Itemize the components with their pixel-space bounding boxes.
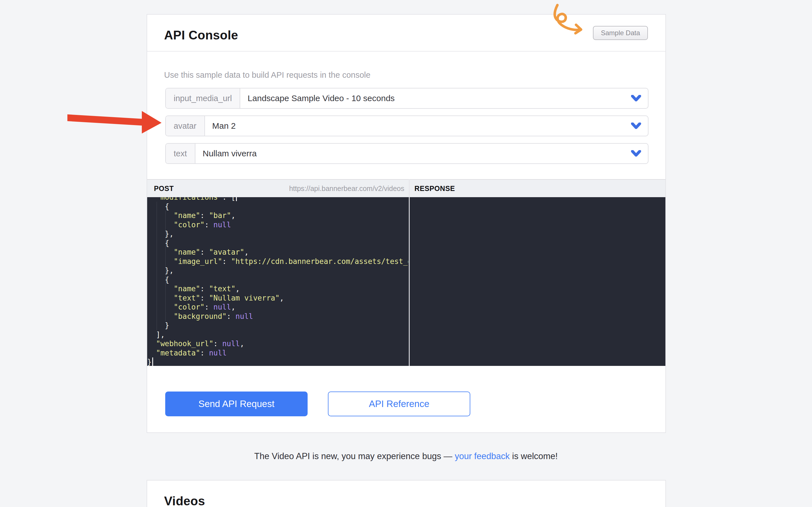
code-line: "modifications": [ [147, 197, 408, 202]
field-key-label: input_media_url [166, 89, 240, 108]
code-line: "name": "bar", [147, 211, 408, 220]
chevron-down-icon [631, 144, 648, 163]
code-line: }, [147, 229, 408, 238]
console-subtitle: Use this sample data to build API reques… [164, 70, 370, 80]
code-line: }, [147, 266, 408, 275]
feedback-link[interactable]: your feedback [455, 451, 510, 461]
field-row-text[interactable]: textNullam viverra [165, 143, 649, 164]
indent-guide [156, 202, 157, 330]
field-row-input_media_url[interactable]: input_media_urlLandscape Sample Video - … [165, 88, 649, 109]
text-cursor [236, 197, 237, 201]
text-cursor [152, 357, 153, 366]
note-text-before: The Video API is new, you may experience… [254, 451, 455, 461]
video-api-note: The Video API is new, you may experience… [0, 451, 812, 461]
panel-divider [409, 179, 410, 366]
code-line: "text": "Nullam viverra", [147, 293, 408, 303]
code-line: "background": null [147, 312, 408, 321]
chevron-down-icon [631, 89, 648, 108]
field-selected-value: Landscape Sample Video - 10 seconds [240, 89, 631, 108]
send-api-request-button[interactable]: Send API Request [165, 392, 308, 416]
code-line: { [147, 238, 408, 248]
code-line: } [147, 321, 408, 330]
videos-title: Videos [164, 494, 205, 507]
code-line: "webhook_url": null, [147, 339, 408, 348]
request-body-editor[interactable]: "modifications": [ { "name": "bar", "col… [147, 197, 408, 366]
code-line: "metadata": null [147, 348, 408, 358]
field-selected-value: Nullam viverra [195, 144, 631, 163]
field-row-avatar[interactable]: avatarMan 2 [165, 115, 649, 136]
request-url: https://api.bannerbear.com/v2/videos [147, 184, 404, 193]
note-text-after: is welcome! [510, 451, 558, 461]
code-line: "name": "avatar", [147, 247, 408, 257]
code-line: "color": null, [147, 302, 408, 312]
console-card-header: API Console Sample Data [147, 15, 665, 52]
api-console-card: API Console Sample Data Use this sample … [147, 14, 666, 433]
api-reference-button[interactable]: API Reference [328, 392, 470, 416]
code-line: ], [147, 330, 408, 339]
request-json-code: "modifications": [ { "name": "bar", "col… [147, 197, 408, 366]
indent-guide [165, 211, 166, 321]
code-line: { [147, 202, 408, 211]
field-key-label: avatar [166, 116, 205, 136]
field-key-label: text [166, 144, 195, 163]
code-line: "color": null [147, 220, 408, 230]
request-response-bar: POST https://api.bannerbear.com/v2/video… [147, 179, 665, 197]
code-line: } [147, 357, 408, 366]
code-line: "image_url": "https://cdn.bannerbear.com… [147, 257, 408, 266]
page: API Console Sample Data Use this sample … [0, 0, 812, 507]
code-line: "name": "text", [147, 284, 408, 293]
code-line: { [147, 275, 408, 284]
sample-data-button[interactable]: Sample Data [593, 26, 648, 40]
videos-card: Videos [147, 480, 666, 507]
field-selected-value: Man 2 [205, 116, 631, 136]
chevron-down-icon [631, 116, 648, 136]
code-area: "modifications": [ { "name": "bar", "col… [147, 197, 665, 366]
response-label: RESPONSE [414, 184, 455, 193]
page-title: API Console [164, 28, 238, 42]
